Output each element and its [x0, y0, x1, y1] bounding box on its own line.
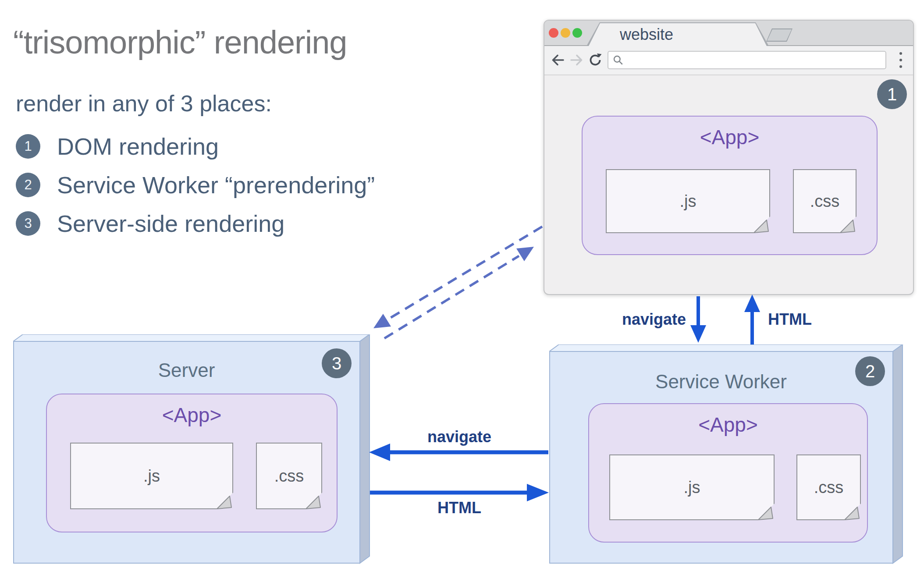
arrow-dashed-browser-to-server — [373, 227, 542, 328]
js-file-icon: .js — [606, 169, 770, 233]
arrow-navigate-browser-to-service-worker — [690, 296, 706, 343]
search-icon — [612, 54, 624, 66]
browser-toolbar — [544, 46, 913, 75]
arrow-html-service-worker-to-browser — [744, 295, 760, 344]
service-worker-title: Service Worker — [549, 371, 893, 393]
navigate-label-vertical: navigate — [554, 310, 686, 329]
page-title: “trisomorphic” rendering — [13, 24, 347, 61]
page-fold-icon — [844, 504, 861, 520]
page-subtitle: render in any of 3 places: — [16, 90, 272, 117]
html-label-horizontal: HTML — [394, 499, 525, 517]
render-places-list: 1 DOM rendering 2 Service Worker “preren… — [16, 134, 375, 249]
css-file-icon: .css — [793, 169, 856, 233]
page-fold-icon — [753, 216, 770, 233]
traffic-light-zoom-icon — [572, 28, 582, 38]
trisomorphic-rendering-diagram: “trisomorphic” rendering render in any o… — [0, 0, 924, 582]
service-worker-app-box: <App> .js .css — [588, 403, 868, 543]
page-fold-icon — [758, 504, 775, 520]
browser-window: website 1 <App> — [544, 20, 914, 295]
server-app-box: <App> .js .css — [46, 394, 338, 532]
html-label-vertical: HTML — [768, 310, 812, 329]
service-worker-box: Service Worker 2 <App> .js .css — [549, 344, 903, 564]
forward-icon — [570, 53, 584, 67]
js-file-label: .js — [143, 467, 160, 486]
list-item-label: Server-side rendering — [57, 210, 284, 237]
server-box: Server 3 <App> .js .css — [13, 334, 384, 564]
arrow-navigate-service-worker-to-server — [369, 444, 548, 461]
browser-app-box: <App> .js .css — [582, 116, 878, 255]
list-number-badge: 1 — [16, 134, 40, 159]
list-number-badge: 3 — [16, 211, 40, 236]
list-number-badge: 2 — [16, 173, 40, 197]
js-file-icon: .js — [70, 443, 233, 509]
tab-title: website — [620, 23, 673, 46]
app-component-label: <App> — [47, 403, 337, 427]
list-item: 1 DOM rendering — [16, 134, 375, 159]
back-icon — [551, 53, 565, 67]
traffic-light-close-icon — [549, 28, 558, 38]
arrow-dashed-server-to-browser — [384, 247, 534, 338]
server-title: Server — [13, 359, 360, 381]
css-file-label: .css — [274, 467, 304, 486]
page-fold-icon — [217, 493, 233, 509]
reload-icon — [588, 53, 602, 67]
step-badge-1: 1 — [877, 79, 907, 109]
list-item-label: DOM rendering — [57, 133, 219, 160]
js-file-label: .js — [680, 192, 697, 211]
css-file-label: .css — [814, 478, 844, 497]
page-fold-icon — [840, 216, 856, 233]
traffic-light-minimize-icon — [561, 28, 570, 38]
step-badge-3: 3 — [322, 348, 352, 378]
css-file-icon: .css — [796, 454, 861, 520]
navigate-label-horizontal: navigate — [394, 428, 525, 446]
list-item-label: Service Worker “prerendering” — [57, 171, 375, 199]
css-file-label: .css — [810, 192, 840, 211]
js-file-label: .js — [684, 478, 700, 497]
app-component-label: <App> — [583, 125, 877, 149]
app-component-label: <App> — [589, 413, 867, 436]
js-file-icon: .js — [609, 454, 775, 520]
browser-tab: website — [587, 23, 768, 49]
list-item: 3 Server-side rendering — [16, 211, 375, 236]
menu-kebab-icon — [899, 52, 903, 68]
step-badge-2: 2 — [855, 356, 885, 386]
url-bar — [608, 51, 886, 69]
css-file-icon: .css — [256, 443, 322, 509]
page-fold-icon — [306, 493, 322, 509]
list-item: 2 Service Worker “prerendering” — [16, 172, 375, 198]
